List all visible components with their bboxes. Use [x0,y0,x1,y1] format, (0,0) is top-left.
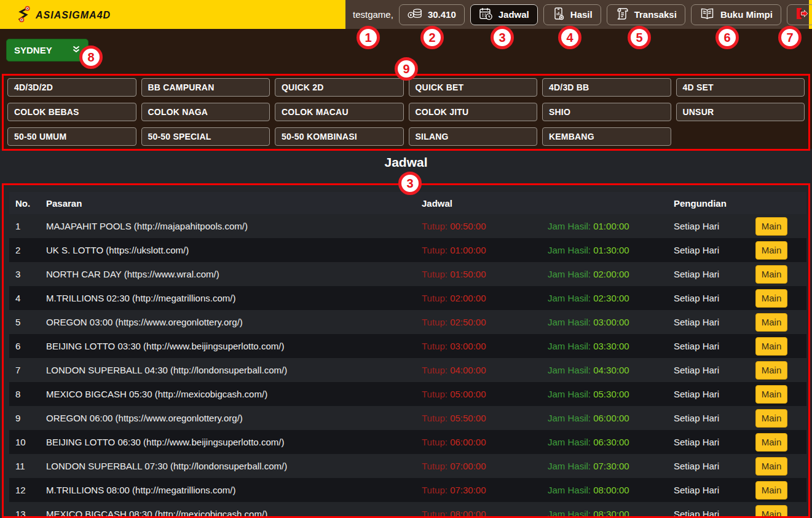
brand-logo[interactable]: ASIASIGMA4D [16,5,111,26]
main-play-button[interactable]: Main [755,313,787,332]
market-name: LONDON SUPERBALL 07:30 (http://londonsup… [46,461,422,471]
annotation-circle-5: 5 [628,26,651,49]
close-time: Tutup: 01:50:00 [422,269,548,279]
close-time-value: 01:00:00 [450,245,486,255]
main-play-button[interactable]: Main [755,337,787,356]
result-time-label: Jam Hasil: [548,485,591,495]
close-time: Tutup: 01:00:00 [422,245,548,255]
close-time-value: 01:50:00 [450,269,486,279]
main-play-button[interactable]: Main [755,481,787,500]
draw-frequency: Setiap Hari [674,221,755,231]
close-time-label: Tutup: [422,485,447,495]
bet-type-button[interactable]: UNSUR [676,103,805,121]
close-time-value: 08:00:00 [450,509,486,518]
market-selected-label: SYDNEY [14,45,52,55]
main-play-button[interactable]: Main [755,505,787,518]
scroll-icon [615,7,629,23]
close-time-label: Tutup: [422,389,447,399]
bet-type-button[interactable]: SHIO [542,103,671,121]
close-time-value: 04:00:00 [450,365,486,375]
main-play-button[interactable]: Main [755,289,787,308]
row-number: 1 [9,221,46,231]
nav-button-jadwal[interactable]: Jadwal [470,4,538,25]
row-number: 9 [9,413,46,423]
result-time: Jam Hasil: 02:30:00 [548,293,674,303]
main-play-button[interactable]: Main [755,457,787,476]
close-time: Tutup: 07:00:00 [422,461,548,471]
bet-type-button[interactable]: COLOK NAGA [141,103,270,121]
bet-type-button[interactable]: COLOK MACAU [275,103,404,121]
result-time-label: Jam Hasil: [548,221,591,231]
main-play-button[interactable]: Main [755,409,787,428]
bet-type-label: 50-50 KOMBINASI [282,132,357,141]
main-play-button[interactable]: Main [755,361,787,380]
bet-type-button[interactable]: 50-50 KOMBINASI [275,127,404,146]
bet-type-button[interactable]: 4D SET [676,78,805,97]
market-name: BEIJING LOTTO 03:30 (http://www.beijings… [46,341,422,351]
main-play-button[interactable]: Main [755,265,787,284]
bet-type-button[interactable]: BB CAMPURAN [141,78,270,97]
page-title: Jadwal [0,155,812,170]
bet-type-button[interactable]: KEMBANG [542,127,671,146]
bet-type-button[interactable]: 50-50 SPECIAL [141,127,270,146]
table-row: 9 OREGON 06:00 (https://www.oregonlotter… [9,406,806,430]
nav-button-hasil[interactable]: Hasil [543,4,601,25]
annotation-circle-3-table: 3 [398,172,422,195]
nav-button-transaksi[interactable]: Transaksi [607,4,685,25]
nav-button-buku-mimpi[interactable]: Buku Mimpi [691,4,781,25]
bet-type-label: COLOK JITU [416,107,469,117]
close-time-label: Tutup: [422,221,447,231]
bet-type-button[interactable]: COLOK BEBAS [7,103,136,121]
bet-type-label: COLOK BEBAS [14,107,79,117]
bet-type-grid: 4D/3D/2D BB CAMPURAN QUICK 2D QUICK BET … [7,78,805,146]
bet-type-button[interactable]: QUICK BET [409,78,538,97]
close-time-label: Tutup: [422,245,447,255]
bet-type-button[interactable]: COLOK JITU [409,103,538,121]
balance-button[interactable]: 30.410 [399,4,465,25]
close-time-label: Tutup: [422,509,447,518]
annotation-circle-8: 8 [79,46,103,69]
annotation-circle-1: 1 [357,26,380,49]
book-icon [700,7,715,22]
table-row: 3 NORTH CAR DAY (https://www.wral.com/) … [9,262,806,286]
table-row: 8 MEXICO BIGCASH 05:30 (http://mexicobig… [9,382,806,406]
table-row: 10 BEIJING LOTTO 06:30 (http://www.beiji… [9,430,806,454]
result-time: Jam Hasil: 04:30:00 [548,365,674,375]
bet-type-button[interactable]: 50-50 UMUM [7,127,136,146]
row-number: 11 [9,461,46,471]
row-number: 5 [9,317,46,327]
result-time-label: Jam Hasil: [548,365,591,375]
username-label: testgame, [353,9,393,20]
annotation-circle-7: 7 [778,26,802,49]
main-play-button[interactable]: Main [755,241,787,260]
row-number: 3 [9,269,46,279]
result-time-value: 06:00:00 [593,413,629,423]
result-time-label: Jam Hasil: [548,461,591,471]
main-play-button[interactable]: Main [755,385,787,404]
bet-type-label: SILANG [416,132,449,141]
market-name: BEIJING LOTTO 06:30 (http://www.beijings… [46,437,422,447]
close-time-value: 03:00:00 [450,341,486,351]
column-header-pasaran: Pasaran [46,198,422,209]
result-time-value: 06:30:00 [593,437,629,447]
market-dropdown[interactable]: SYDNEY [6,39,89,62]
main-play-button[interactable]: Main [755,217,787,236]
bet-type-label: COLOK MACAU [282,107,349,117]
result-time: Jam Hasil: 03:00:00 [548,317,674,327]
draw-frequency: Setiap Hari [674,341,755,351]
bet-type-button[interactable]: QUICK 2D [275,78,404,97]
result-time: Jam Hasil: 06:30:00 [548,437,674,447]
main-play-button[interactable]: Main [755,433,787,452]
close-time: Tutup: 02:50:00 [422,317,548,327]
result-time: Jam Hasil: 07:30:00 [548,461,674,471]
bet-type-button[interactable]: 4D/3D BB [542,78,671,97]
bet-type-button[interactable]: 4D/3D/2D [7,78,136,97]
draw-frequency: Setiap Hari [674,437,755,447]
bet-type-label: 4D/3D/2D [14,82,53,92]
bet-type-label: 50-50 UMUM [14,132,66,141]
logout-button[interactable] [787,4,812,25]
annotation-circle-2: 2 [420,26,444,49]
balance-value: 30.410 [428,9,456,20]
bet-type-button[interactable]: SILANG [409,127,538,146]
close-time-value: 02:00:00 [450,293,486,303]
